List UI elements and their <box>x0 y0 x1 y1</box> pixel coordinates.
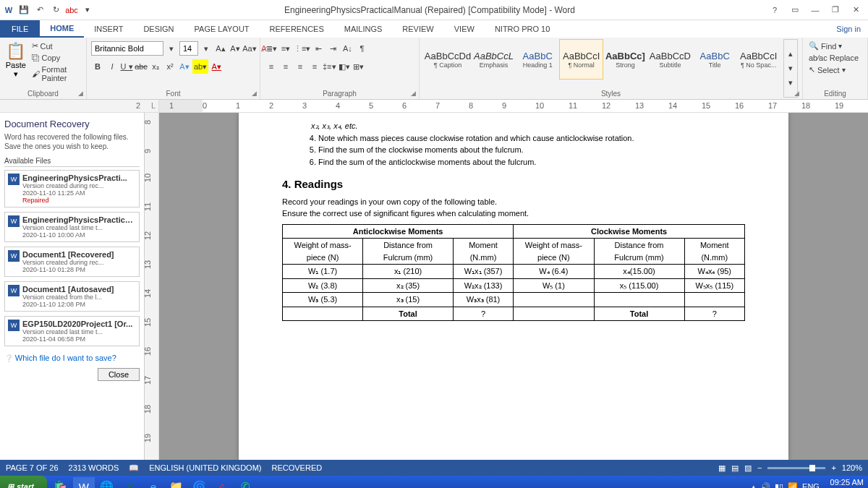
qat-save[interactable]: 💾 <box>17 3 30 17</box>
status-words[interactable]: 2313 WORDS <box>69 463 119 472</box>
style-strong[interactable]: AaBbCc]Strong <box>603 39 647 80</box>
tab-file[interactable]: FILE <box>0 20 40 38</box>
font-size-dropdown-icon[interactable]: ▾ <box>200 41 213 56</box>
shading-button[interactable]: ◧▾ <box>338 59 351 74</box>
format-painter-button[interactable]: 🖌Format Painter <box>30 64 82 83</box>
sort-button[interactable]: A↓ <box>341 41 354 56</box>
select-button[interactable]: ↖Select ▾ <box>807 64 860 75</box>
tray-network-icon[interactable]: 📶 <box>788 482 798 489</box>
recovery-item[interactable]: WDocument1 [Recovered]Version created du… <box>4 247 140 277</box>
tab-home[interactable]: HOME <box>40 20 84 38</box>
start-button[interactable]: ⊞start <box>0 476 47 488</box>
bold-button[interactable]: B <box>91 59 104 74</box>
strikethrough-button[interactable]: abc <box>135 59 148 74</box>
multilevel-button[interactable]: ⋮≡▾ <box>294 41 310 56</box>
view-read-mode[interactable]: ▦ <box>718 463 726 473</box>
zoom-out-button[interactable]: − <box>757 463 762 472</box>
recovery-close-button[interactable]: Close <box>98 368 140 381</box>
view-web-layout[interactable]: ▨ <box>744 463 752 473</box>
close-button[interactable]: ✕ <box>846 3 865 17</box>
zoom-slider[interactable] <box>767 467 825 469</box>
style---no-spac---[interactable]: AaBbCcI¶ No Spac... <box>736 39 780 80</box>
align-center-button[interactable]: ≡ <box>279 59 292 74</box>
signin-link[interactable]: Sign in <box>836 20 868 38</box>
view-print-layout[interactable]: ▤ <box>731 463 739 473</box>
task-ie-icon[interactable]: e <box>142 477 164 488</box>
numbering-button[interactable]: ≡▾ <box>279 41 292 56</box>
italic-button[interactable]: I <box>106 59 119 74</box>
status-proofing-icon[interactable]: 📖 <box>129 463 139 473</box>
task-store-icon[interactable]: 🛍️ <box>50 477 72 488</box>
align-right-button[interactable]: ≡ <box>294 59 307 74</box>
tab-design[interactable]: DESIGN <box>133 20 184 38</box>
tab-mailings[interactable]: MAILINGS <box>334 20 393 38</box>
replace-button[interactable]: ab⁄acReplace <box>807 53 860 63</box>
ribbon-options-button[interactable]: ▭ <box>786 3 804 17</box>
text-effects-button[interactable]: A▾ <box>178 59 191 74</box>
justify-button[interactable]: ≡ <box>308 59 321 74</box>
tab-insert[interactable]: INSERT <box>84 20 133 38</box>
change-case-button[interactable]: Aa▾ <box>243 41 256 56</box>
recovery-item[interactable]: WEGP150LD2020Project1 [Or...Version crea… <box>4 316 140 346</box>
font-size-select[interactable] <box>179 41 198 56</box>
qat-spellcheck[interactable]: abc <box>65 3 78 17</box>
styles-up-button[interactable]: ▴ <box>784 47 797 61</box>
task-adobe-icon[interactable]: ⩓ <box>212 477 234 488</box>
status-language[interactable]: ENGLISH (UNITED KINGDOM) <box>149 463 261 472</box>
tab-review[interactable]: REVIEW <box>392 20 443 38</box>
zoom-in-button[interactable]: + <box>831 463 835 472</box>
recovery-item[interactable]: WDocument1 [Autosaved]Version created fr… <box>4 281 140 312</box>
tray-clock[interactable]: 09:25 AM 2020/11/11 <box>824 478 864 488</box>
superscript-button[interactable]: x² <box>163 59 176 74</box>
task-edge-icon[interactable]: 🌀 <box>189 477 210 488</box>
task-chrome-icon[interactable]: 🌐 <box>96 477 118 488</box>
styles-down-button[interactable]: ▾ <box>784 61 797 76</box>
zoom-thumb[interactable] <box>809 465 815 471</box>
style---normal[interactable]: AaBbCcI¶ Normal <box>559 39 603 80</box>
align-left-button[interactable]: ≡ <box>265 59 278 74</box>
qat-undo[interactable]: ↶ <box>33 3 46 17</box>
find-button[interactable]: 🔍Find ▾ <box>807 40 860 51</box>
clipboard-dialog-launcher[interactable]: ◢ <box>76 89 85 98</box>
qat-redo[interactable]: ↻ <box>49 3 62 17</box>
tab-nitro[interactable]: NITRO PRO 10 <box>485 20 560 38</box>
restore-button[interactable]: ❐ <box>826 3 845 17</box>
font-name-select[interactable] <box>91 41 163 56</box>
task-explorer-icon[interactable]: 📁 <box>166 477 187 488</box>
style-emphasis[interactable]: AaBbCcLEmphasis <box>472 39 516 80</box>
underline-button[interactable]: U ▾ <box>120 59 133 74</box>
subscript-button[interactable]: x₂ <box>149 59 162 74</box>
font-color-button[interactable]: A▾ <box>210 59 223 74</box>
style-title[interactable]: AaBbCTitle <box>693 39 737 80</box>
style-subtitle[interactable]: AaBbCcDSubtitle <box>647 39 693 80</box>
task-excel-icon[interactable]: X <box>119 477 141 488</box>
recovery-item[interactable]: WEngineeringPhysicsPracti...Version crea… <box>4 170 140 207</box>
decrease-indent-button[interactable]: ⇤ <box>312 41 325 56</box>
font-name-dropdown-icon[interactable]: ▾ <box>165 41 178 56</box>
line-spacing-button[interactable]: ‡≡▾ <box>323 59 336 74</box>
recovery-item[interactable]: WEngineeringPhysicsPractica...Version cr… <box>4 212 140 242</box>
cut-button[interactable]: ✂Cut <box>30 40 82 51</box>
borders-button[interactable]: ⊞▾ <box>352 59 365 74</box>
minimize-button[interactable]: — <box>806 3 825 17</box>
zoom-level[interactable]: 120% <box>842 463 862 472</box>
vertical-ruler[interactable]: 8910111213141516171819 <box>145 113 159 460</box>
horizontal-ruler[interactable]: 21012345678910111213141516171819 <box>159 100 868 112</box>
highlight-button[interactable]: ab▾ <box>192 59 208 74</box>
bullets-button[interactable]: ≣▾ <box>265 41 278 56</box>
document-area[interactable]: x₂, x₃, x₄, etc. Note which mass pieces … <box>159 113 868 460</box>
paragraph-dialog-launcher[interactable]: ◢ <box>409 89 417 98</box>
show-marks-button[interactable]: ¶ <box>355 41 368 56</box>
increase-indent-button[interactable]: ⇥ <box>326 41 339 56</box>
tray-battery-icon[interactable]: ▮▯ <box>775 482 783 489</box>
copy-button[interactable]: ⿻Copy <box>30 53 82 63</box>
styles-dialog-launcher[interactable]: ◢ <box>792 89 801 98</box>
grow-font-button[interactable]: A▴ <box>214 41 227 56</box>
shrink-font-button[interactable]: A▾ <box>229 41 242 56</box>
style---caption[interactable]: AaBbCcDd¶ Caption <box>424 39 472 80</box>
status-page[interactable]: PAGE 7 OF 26 <box>6 463 59 472</box>
style-heading-1[interactable]: AaBbCHeading 1 <box>516 39 560 80</box>
tray-lang[interactable]: ENG <box>802 482 820 488</box>
tray-volume-icon[interactable]: 🔊 <box>760 482 770 489</box>
which-file-link[interactable]: ❔ Which file do I want to save? <box>4 354 140 362</box>
